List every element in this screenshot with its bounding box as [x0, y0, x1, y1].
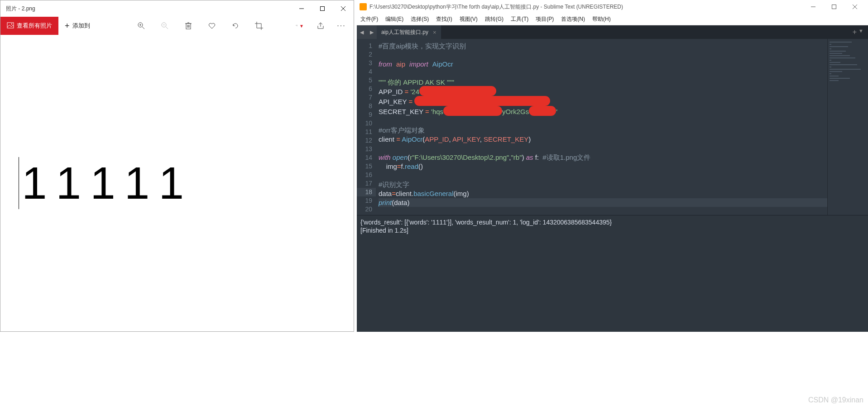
minimize-button[interactable]: [803, 0, 824, 14]
menu-help[interactable]: 帮助(H): [592, 15, 611, 23]
console-line: [Finished in 1.2s]: [360, 227, 408, 234]
ln: 8: [357, 102, 372, 110]
view-all-photos-button[interactable]: 查看所有照片: [0, 17, 58, 35]
line-gutter: 1 2 3 4 5 6 7 8 9 10 11 12 13 14 15 16 1…: [357, 39, 376, 215]
svg-line-7: [142, 27, 144, 29]
photos-window: 照片 - 2.png 查看所有照片 + 添加到 ▼ ···: [0, 0, 354, 332]
window-controls: [291, 0, 354, 17]
sublime-tabbar: ◀ ▶ aip人工智能接口.py × + ▼: [357, 25, 868, 39]
close-button[interactable]: [333, 0, 354, 17]
photo-tools-right: ▼ ···: [296, 22, 354, 30]
add-to-label: 添加到: [72, 22, 90, 30]
photos-titlebar: 照片 - 2.png: [0, 0, 354, 17]
menu-project[interactable]: 项目(P): [536, 15, 554, 23]
ln: 6: [357, 85, 372, 93]
photo-canvas: 11111: [0, 35, 354, 331]
sublime-logo-icon: [360, 3, 367, 10]
photos-title-text: 照片 - 2.png: [6, 5, 35, 13]
chevron-down-icon: ▼: [299, 24, 304, 29]
more-icon[interactable]: ···: [337, 22, 345, 30]
tab-new-icon[interactable]: +: [853, 28, 857, 36]
favorite-icon[interactable]: [208, 22, 216, 30]
zoom-out-icon[interactable]: [161, 22, 169, 30]
tab-label: aip人工智能接口.py: [381, 29, 428, 36]
ln: 17: [357, 179, 372, 188]
tab-actions: + ▼: [848, 28, 868, 36]
sublime-menubar: 文件(F) 编辑(E) 选择(S) 查找(I) 视图(V) 跳转(G) 工具(T…: [357, 14, 868, 25]
window-controls: [803, 0, 865, 14]
image-icon: [7, 22, 14, 30]
ln: 1: [357, 42, 372, 50]
close-button[interactable]: [844, 0, 865, 14]
edit-icon[interactable]: ▼: [296, 22, 304, 30]
ln-current: 18: [357, 188, 376, 196]
menu-file[interactable]: 文件(F): [360, 15, 378, 23]
svg-rect-1: [321, 7, 325, 11]
redaction: [443, 106, 502, 116]
plus-icon: +: [65, 21, 70, 31]
sublime-title-text: F:\Users\30270\Desktop\python学习\The fort…: [369, 3, 623, 11]
minimap[interactable]: [827, 39, 868, 215]
ln: 3: [357, 59, 372, 67]
menu-edit[interactable]: 编辑(E): [385, 15, 403, 23]
ln: 12: [357, 136, 372, 145]
menu-goto[interactable]: 跳转(G): [485, 15, 504, 23]
sublime-titlebar: F:\Users\30270\Desktop\python学习\The fort…: [357, 0, 868, 14]
editor-body: 1 2 3 4 5 6 7 8 9 10 11 12 13 14 15 16 1…: [357, 39, 868, 215]
ln: 4: [357, 67, 372, 76]
ln: 13: [357, 145, 372, 153]
redaction: [414, 96, 550, 106]
menu-find[interactable]: 查找(I): [436, 15, 452, 23]
tab-menu-icon[interactable]: ▼: [858, 28, 863, 36]
tab-file[interactable]: aip人工智能接口.py ×: [377, 25, 441, 39]
ln: 19: [357, 196, 372, 205]
ln: 7: [357, 93, 372, 102]
tab-close-icon[interactable]: ×: [433, 29, 436, 36]
view-all-label: 查看所有照片: [17, 22, 52, 30]
ln: 9: [357, 110, 372, 119]
add-to-button[interactable]: + 添加到: [58, 17, 96, 35]
image-content-text: 11111: [19, 157, 193, 209]
menu-tools[interactable]: 工具(T): [511, 15, 528, 23]
maximize-button[interactable]: [312, 0, 333, 17]
delete-icon[interactable]: [184, 22, 192, 30]
photos-toolbar: 查看所有照片 + 添加到 ▼ ···: [0, 17, 354, 35]
crop-icon[interactable]: [255, 22, 263, 30]
ln: 10: [357, 119, 372, 128]
ln: 16: [357, 171, 372, 179]
svg-line-11: [166, 27, 168, 29]
watermark: CSDN @19xinan: [808, 396, 863, 404]
svg-point-5: [11, 23, 12, 24]
menu-view[interactable]: 视图(V): [460, 15, 478, 23]
tab-next-icon[interactable]: ▶: [367, 25, 377, 39]
rotate-icon[interactable]: [231, 22, 240, 30]
ln: 11: [357, 128, 372, 136]
ln: 2: [357, 50, 372, 59]
sublime-window: F:\Users\30270\Desktop\python学习\The fort…: [357, 0, 868, 332]
menu-select[interactable]: 选择(S): [411, 15, 429, 23]
tab-prev-icon[interactable]: ◀: [357, 25, 367, 39]
share-icon[interactable]: [317, 22, 325, 30]
build-output[interactable]: {'words_result': [{'words': '1111'}], 'w…: [357, 215, 868, 332]
ln: 5: [357, 76, 372, 85]
minimize-button[interactable]: [291, 0, 312, 17]
ln: 15: [357, 162, 372, 171]
redaction: [529, 106, 556, 116]
maximize-button[interactable]: [824, 0, 844, 14]
ln: 20: [357, 205, 372, 214]
svg-rect-25: [832, 5, 836, 9]
ln: 14: [357, 153, 372, 162]
menu-prefs[interactable]: 首选项(N): [561, 15, 585, 23]
console-line: {'words_result': [{'words': '1111'}], 'w…: [360, 219, 612, 226]
zoom-in-icon[interactable]: [137, 22, 145, 30]
photo-tools: [137, 22, 263, 30]
redaction: [419, 86, 496, 96]
code-editor[interactable]: #百度aip模块，实现文字识别 from aip import AipOcr "…: [376, 39, 827, 215]
